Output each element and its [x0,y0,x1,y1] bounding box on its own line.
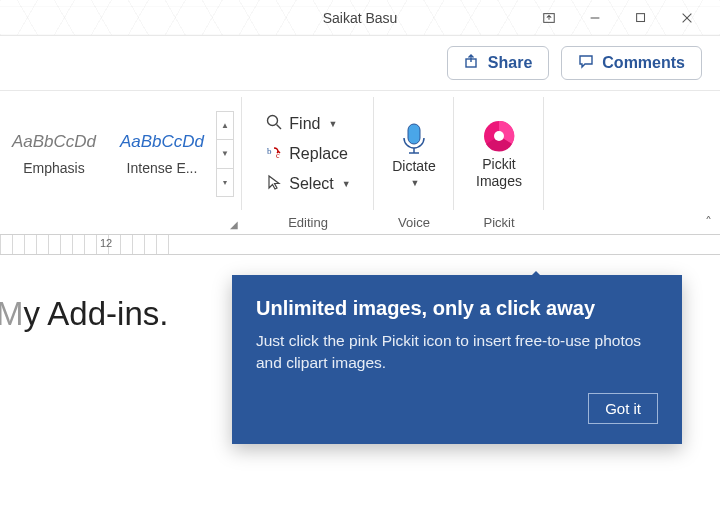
collapse-ribbon-icon[interactable]: ˄ [705,214,712,230]
pickit-images-button[interactable]: Pickit Images [470,116,528,193]
got-it-button[interactable]: Got it [588,393,658,424]
styles-dialog-launcher-icon[interactable]: ◢ [230,219,238,230]
dictate-button[interactable]: Dictate ▼ [386,118,442,190]
pickit-group-label: Pickit [483,213,514,232]
style-emphasis[interactable]: AaBbCcDd Emphasis [0,126,108,182]
chevron-down-icon[interactable]: ▼ [342,179,351,189]
close-button[interactable] [664,0,710,36]
search-icon [265,113,283,135]
styles-gallery[interactable]: AaBbCcDd Emphasis AaBbCcDd Intense E... [0,126,216,182]
svg-rect-2 [637,13,645,21]
comments-icon [578,53,594,73]
dictate-label: Dictate [392,158,436,176]
replace-button[interactable]: b c Replace [261,141,352,167]
microphone-icon [396,120,432,156]
editing-group-label: Editing [288,213,328,232]
doc-text-main: y Add-ins. [24,295,169,332]
pickit-icon [481,118,517,154]
select-label: Select [289,175,333,193]
select-button[interactable]: Select ▼ [261,171,354,197]
svg-text:b: b [267,146,272,156]
editing-group: Find ▼ b c Replace [242,91,374,234]
find-label: Find [289,115,320,133]
share-icon [464,53,480,73]
voice-group: Dictate ▼ Voice [374,91,454,234]
style-name: Emphasis [23,160,84,176]
callout-title: Unlimited images, only a click away [256,297,658,320]
find-button[interactable]: Find ▼ [261,111,341,137]
minimize-button[interactable] [572,0,618,36]
styles-gallery-spinner[interactable]: ▲ ▼ ▾ [216,111,234,197]
chevron-down-icon[interactable]: ▼ [328,119,337,129]
style-name: Intense E... [127,160,198,176]
chevron-down-icon[interactable]: ▼ [411,178,420,188]
chevron-down-icon[interactable]: ▼ [217,140,233,168]
titlebar: Saikat Basu [0,0,720,36]
style-intense-emphasis[interactable]: AaBbCcDd Intense E... [108,126,216,182]
styles-group-label [115,213,119,232]
svg-point-6 [268,116,278,126]
svg-text:c: c [276,151,280,160]
ruler[interactable]: 12 [0,235,720,255]
pickit-group: Pickit Images Pickit [454,91,544,234]
style-sample: AaBbCcDd [12,132,96,152]
styles-group: AaBbCcDd Emphasis AaBbCcDd Intense E... … [0,91,242,234]
maximize-button[interactable] [618,0,664,36]
account-name[interactable]: Saikat Basu [323,10,398,26]
pickit-label: Pickit Images [476,156,522,191]
ruler-mark: 12 [100,237,112,249]
svg-point-14 [494,131,504,141]
comments-button[interactable]: Comments [561,46,702,80]
feature-callout: Unlimited images, only a click away Just… [232,275,682,444]
replace-label: Replace [289,145,348,163]
callout-body: Just click the pink Pickit icon to inser… [256,330,658,373]
share-button[interactable]: Share [447,46,549,80]
doc-text-partial: M [0,295,24,332]
voice-group-label: Voice [398,213,430,232]
ribbon-display-options-icon[interactable] [526,0,572,36]
svg-line-7 [277,125,282,130]
svg-rect-10 [408,124,420,144]
share-label: Share [488,54,532,72]
expand-icon[interactable]: ▾ [217,169,233,196]
comments-label: Comments [602,54,685,72]
replace-icon: b c [265,143,283,165]
ribbon: AaBbCcDd Emphasis AaBbCcDd Intense E... … [0,90,720,235]
style-sample: AaBbCcDd [120,132,204,152]
chevron-up-icon[interactable]: ▲ [217,112,233,140]
collab-bar: Share Comments [0,36,720,90]
cursor-icon [265,173,283,195]
